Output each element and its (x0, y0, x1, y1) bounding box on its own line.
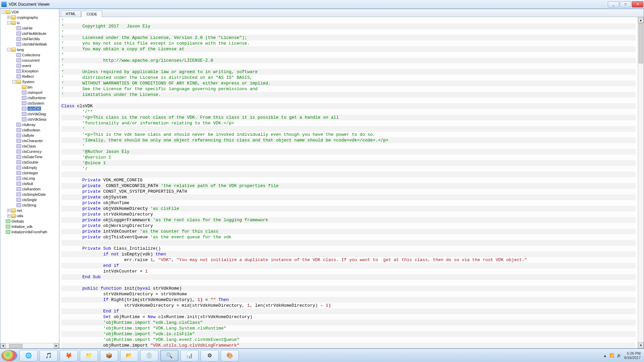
tree-item[interactable]: clsClass (0, 143, 59, 149)
code-token: ' (61, 64, 64, 69)
code-line: 'objRuntime.import "vdk.lang.clsClass" (61, 320, 636, 325)
tree-item[interactable]: clsVdkDiag (0, 111, 59, 117)
tree-item[interactable]: clsNull (0, 181, 59, 186)
taskbar-app-button[interactable]: 🌐 (19, 350, 38, 361)
tree-item[interactable]: event (0, 63, 59, 68)
taskbar-app-button[interactable]: 📁 (80, 350, 98, 361)
taskbar-app-button[interactable]: 🎨 (221, 350, 239, 361)
tree-item[interactable]: clsSimpleDate (0, 192, 59, 197)
code-token: ' You may obtain a copy of the License a… (61, 47, 184, 52)
taskbar-app-button[interactable]: 📂 (120, 350, 138, 361)
tree-item[interactable]: -io (0, 20, 59, 25)
tree-toggle-icon[interactable]: + (7, 214, 10, 218)
tree-item[interactable]: Initialize_vdk (0, 224, 59, 229)
tree-item[interactable]: clsRuntime (0, 95, 59, 101)
tree-item[interactable]: clsFileAttribute (0, 31, 59, 36)
tree-item[interactable]: clsString (0, 202, 59, 208)
code-token: ' Copyright 2017 Jason Ely (61, 24, 150, 29)
tab-html[interactable]: HTML (61, 10, 81, 17)
code-token: 'as the event queue for the vdk (150, 235, 231, 240)
taskbar-app-button[interactable]: 📊 (180, 350, 199, 361)
tree-item[interactable]: InitializeVdkFromPath (0, 229, 59, 235)
tree-item[interactable]: Globals (0, 219, 59, 224)
clock[interactable]: 5:26 PM 8/16/2017 (624, 351, 641, 360)
tree-item[interactable]: clsDateTime (0, 154, 59, 160)
tree-item[interactable]: +cryptography (0, 15, 59, 20)
code-area[interactable]: '' Copyright 2017 Jason Ely'' Licensed u… (59, 17, 638, 348)
tree-item[interactable]: +utils (0, 213, 59, 219)
tree-item[interactable]: clsLong (0, 176, 59, 181)
tree-item[interactable]: -VDK (0, 9, 59, 15)
code-line: ' you may not use this file except in co… (61, 41, 636, 46)
show-hidden-icons-icon[interactable]: ▲ (603, 354, 607, 358)
scroll-left-arrow-icon[interactable]: ◄ (0, 344, 6, 348)
vertical-scrollbar[interactable]: ▲ ▼ (638, 17, 644, 348)
tree-item[interactable]: -lang (0, 47, 59, 52)
horizontal-scroll-track[interactable] (6, 344, 54, 348)
tree-item[interactable]: clsSystem (0, 101, 59, 106)
tree-item[interactable]: clsCurrency (0, 149, 59, 154)
vertical-scroll-track[interactable] (638, 23, 644, 342)
scroll-up-arrow-icon[interactable]: ▲ (638, 17, 644, 23)
system-tray[interactable]: ▲ 📶 🔊 5:26 PM 8/16/2017 (603, 351, 643, 360)
tree-toggle-icon[interactable]: - (2, 10, 5, 14)
taskbar-app-button[interactable]: 🦊 (60, 350, 78, 361)
horizontal-scroll-thumb[interactable] (9, 344, 22, 348)
tree-item[interactable]: +net (0, 208, 59, 213)
tree-item[interactable]: clsBoolean (0, 127, 59, 133)
tree-toggle-icon[interactable]: - (12, 80, 16, 83)
cls-icon (22, 101, 26, 105)
code-token (61, 143, 82, 148)
tree-item[interactable]: -System (0, 79, 59, 84)
taskbar-app-button[interactable]: 📦 (100, 350, 118, 361)
tree-toggle-icon[interactable]: - (7, 21, 10, 24)
tree-toggle-icon (12, 144, 16, 148)
code-line: If Right(trim(strVdkHomeDirectory), 1) =… (61, 297, 636, 303)
taskbar-app-button[interactable]: 🔍 (160, 350, 178, 361)
tab-code[interactable]: CODE (82, 11, 102, 17)
tree-item[interactable]: clsVdkFileWalk (0, 42, 59, 47)
maximize-button[interactable]: □ (620, 1, 631, 7)
code-line: strVdkHomeDirectory = mid(strVdkHomeDire… (61, 303, 636, 308)
tree-item[interactable]: concurrent (0, 58, 59, 63)
scroll-right-arrow-icon[interactable]: ► (54, 344, 59, 348)
code-token: 'objRuntime.import "vdk.lang.clsClass" (103, 320, 203, 325)
tree-horizontal-scrollbar[interactable]: ◄ ► (0, 343, 59, 348)
tree-item[interactable]: clsVDK (0, 106, 59, 111)
tree-item[interactable]: clsByte (0, 133, 59, 138)
taskbar-app-button[interactable]: 🎵 (40, 350, 58, 361)
tree-item[interactable]: clsFileUtils (0, 36, 59, 42)
taskbar-app-button[interactable]: 💿 (140, 350, 158, 361)
tree-item[interactable]: clsDouble (0, 160, 59, 165)
network-icon[interactable]: 📶 (609, 353, 614, 358)
tree-item[interactable]: clsInteger (0, 170, 59, 176)
tree-item[interactable]: clsSingle (0, 197, 59, 202)
tree-item[interactable]: clsRandom (0, 186, 59, 192)
minimize-button[interactable]: _ (608, 1, 619, 7)
tree-item[interactable]: clsVdkSess (0, 117, 59, 122)
tree-item[interactable]: clsArray (0, 122, 59, 127)
tree-item[interactable]: clsFile (0, 25, 59, 31)
close-button[interactable]: ✕ (632, 1, 643, 7)
code-line (61, 98, 636, 103)
code-token: If (103, 297, 109, 302)
taskbar-app-button[interactable]: ⚙ (201, 350, 219, 361)
tree-item[interactable]: clsCharacter (0, 138, 59, 143)
tree-item[interactable]: clsEmpty (0, 165, 59, 170)
scroll-down-arrow-icon[interactable]: ▼ (638, 342, 644, 348)
vertical-scroll-thumb[interactable] (639, 23, 643, 63)
tree-toggle-icon[interactable]: - (7, 48, 10, 51)
tree-item[interactable]: clsImport (0, 90, 59, 95)
tree-item[interactable]: Collections (0, 52, 59, 58)
tree-item-label: clsVdkFileWalk (22, 42, 47, 46)
start-button[interactable] (1, 350, 17, 361)
tree-item[interactable]: Reflect (0, 74, 59, 79)
code-token (61, 326, 103, 331)
tree-toggle-icon[interactable]: + (7, 209, 10, 212)
tree-view[interactable]: -VDK+cryptography-ioclsFileclsFileAttrib… (0, 9, 59, 343)
volume-icon[interactable]: 🔊 (617, 353, 622, 358)
tree-item[interactable]: bin (0, 84, 59, 90)
tree-item[interactable]: Exception (0, 68, 59, 74)
code-line: Private VDK_HOME_CONFIG (61, 177, 636, 183)
tree-toggle-icon[interactable]: + (7, 16, 10, 19)
